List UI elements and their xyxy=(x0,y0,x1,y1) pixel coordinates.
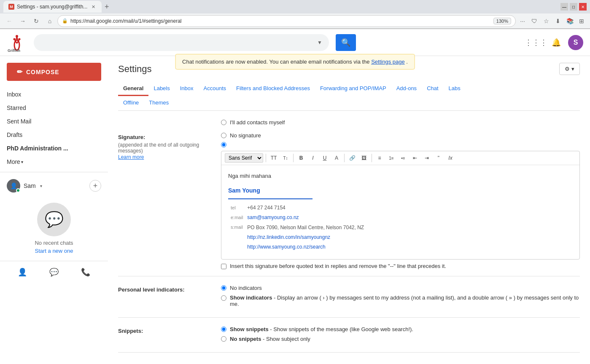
tab-offline[interactable]: Offline xyxy=(118,96,144,110)
chat-icon-btn[interactable]: 💬 xyxy=(46,265,62,280)
blockquote-btn[interactable]: " xyxy=(434,153,444,163)
sig-tel-row: tel +64 27 244 7154 xyxy=(229,203,366,212)
contacts-icon-btn[interactable]: 👤 xyxy=(15,265,30,280)
tab-labs[interactable]: Labs xyxy=(444,82,466,96)
indent-icon: ⇥ xyxy=(425,155,429,161)
star-icon[interactable]: ☆ xyxy=(541,16,551,26)
signature-section-content: No signature Sans Serif Serif Fixed widt… xyxy=(221,132,580,269)
bold-btn[interactable]: B xyxy=(296,153,306,163)
no-indicators-radio[interactable] xyxy=(221,285,226,291)
bookmarks-icon[interactable]: 📚 xyxy=(565,16,575,26)
settings-page-link[interactable]: Settings page xyxy=(371,59,405,65)
no-indicators-option: No indicators xyxy=(221,285,580,291)
italic-btn[interactable]: I xyxy=(308,153,318,163)
sidebar-item-sent[interactable]: Sent Mail xyxy=(0,115,108,128)
contacts-radio-label: I'll add contacts myself xyxy=(230,119,285,126)
heading-icon: T↕ xyxy=(283,156,288,161)
image-btn[interactable]: 🖼 xyxy=(359,153,369,163)
signature-learn-more[interactable]: Learn more xyxy=(118,154,144,160)
menu-dots[interactable]: ··· xyxy=(517,16,528,26)
show-snippets-radio[interactable] xyxy=(221,327,226,332)
search-input[interactable] xyxy=(40,39,314,46)
download-icon[interactable]: ⬇ xyxy=(553,16,563,26)
new-tab-btn[interactable]: + xyxy=(102,2,112,12)
gear-dropdown-icon: ▾ xyxy=(571,66,574,72)
personal-level-label: Personal level indicators: xyxy=(118,285,211,293)
show-indicators-radio[interactable] xyxy=(221,295,226,301)
sidebar-item-more[interactable]: More ▾ xyxy=(0,155,108,169)
chat-section: 💬 No recent chats Start a new one xyxy=(0,196,108,261)
search-dropdown-icon[interactable]: ▼ xyxy=(317,40,322,46)
account-avatar-btn[interactable]: S xyxy=(568,35,583,50)
tab-addons[interactable]: Add-ons xyxy=(391,82,422,96)
tab-forwarding[interactable]: Forwarding and POP/IMAP xyxy=(315,82,391,96)
start-new-chat-link[interactable]: Start a new one xyxy=(35,248,73,254)
tab-themes[interactable]: Themes xyxy=(144,96,174,110)
bell-icon: 🔔 xyxy=(552,38,561,47)
svg-point-8 xyxy=(19,38,21,40)
text-color-btn[interactable]: A xyxy=(331,153,342,163)
maximize-btn[interactable]: □ xyxy=(570,3,577,11)
sidebar-item-drafts[interactable]: Drafts xyxy=(0,128,108,142)
close-btn[interactable]: ✕ xyxy=(579,3,587,11)
sig-smail-label: s:mail xyxy=(229,223,245,232)
gear-settings-btn[interactable]: ⚙ ▾ xyxy=(559,63,580,75)
font-size-btn[interactable]: TT xyxy=(269,153,279,163)
signature-section-label: Signature: (appended at the end of all o… xyxy=(118,132,211,160)
tab-close-btn[interactable]: ✕ xyxy=(90,3,97,10)
contacts-section-label xyxy=(118,119,211,121)
account-dropdown-icon[interactable]: ▾ xyxy=(40,184,42,188)
compose-button[interactable]: COMPOSE xyxy=(7,63,101,81)
sidebar-item-starred[interactable]: Starred xyxy=(0,101,108,115)
sidebar-item-phd[interactable]: PhD Administration ... xyxy=(0,142,108,155)
link-btn[interactable]: 🔗 xyxy=(347,153,357,163)
search-bar[interactable]: ▼ xyxy=(34,34,329,51)
search-button[interactable]: 🔍 xyxy=(336,34,356,51)
address-bar[interactable]: 🔒 https://mail.google.com/mail/u/1/#sett… xyxy=(57,15,516,27)
outdent-btn[interactable]: ⇤ xyxy=(410,153,420,163)
tab-chat[interactable]: Chat xyxy=(422,82,443,96)
underline-btn[interactable]: U xyxy=(320,153,330,163)
align-btn[interactable]: ≡ xyxy=(374,153,385,163)
notifications-button[interactable]: 🔔 xyxy=(548,34,565,51)
starred-label: Starred xyxy=(7,104,26,111)
forward-btn[interactable]: → xyxy=(17,15,29,27)
tab-inbox[interactable]: Inbox xyxy=(175,82,199,96)
bullet-list-btn[interactable]: •≡ xyxy=(398,153,408,163)
apps-button[interactable]: ⋮⋮⋮ xyxy=(528,34,544,51)
tab-general[interactable]: General xyxy=(118,82,148,96)
remove-formatting-btn[interactable]: Ix xyxy=(445,153,455,163)
browser-tab[interactable]: M Settings - sam.young@griffith... ✕ xyxy=(3,1,102,13)
bookmark-icon[interactable]: 🛡 xyxy=(529,16,539,26)
no-snippets-radio[interactable] xyxy=(221,336,226,342)
add-account-btn[interactable]: + xyxy=(89,180,101,192)
back-btn[interactable]: ← xyxy=(3,15,15,27)
sig-website-row: http://www.samyoung.co.nz/search xyxy=(229,243,366,252)
sig-linkedin-link[interactable]: http://nz.linkedin.com/in/samyoungnz xyxy=(247,234,330,240)
tabs-row-2: Offline Themes xyxy=(118,96,580,110)
signature-body[interactable]: Nga mihi mahana Sam Young tel +64 27 244… xyxy=(221,165,579,259)
font-family-select[interactable]: Sans Serif Serif Fixed width xyxy=(225,153,263,163)
tab-labels[interactable]: Labels xyxy=(148,82,175,96)
no-signature-radio[interactable] xyxy=(221,133,226,138)
grid-icon[interactable]: ⊞ xyxy=(577,16,587,26)
tab-filters[interactable]: Filters and Blocked Addresses xyxy=(231,82,315,96)
heading-btn[interactable]: T↕ xyxy=(280,153,291,163)
sig-website-link[interactable]: http://www.samyoung.co.nz/search xyxy=(247,244,325,250)
home-btn[interactable]: ⌂ xyxy=(44,15,56,27)
minimize-btn[interactable]: — xyxy=(560,3,568,11)
phone-icon-btn[interactable]: 📞 xyxy=(78,265,93,280)
tab-accounts[interactable]: Accounts xyxy=(199,82,231,96)
contacts-radio-option: I'll add contacts myself xyxy=(221,119,580,126)
sidebar-item-inbox[interactable]: Inbox xyxy=(0,88,108,101)
contacts-radio[interactable] xyxy=(221,120,226,125)
use-signature-radio[interactable] xyxy=(221,142,226,147)
contacts-section-content: I'll add contacts myself xyxy=(221,119,580,129)
indent-btn[interactable]: ⇥ xyxy=(422,153,432,163)
numbered-list-btn[interactable]: 1≡ xyxy=(386,153,396,163)
sig-before-quoted-checkbox[interactable] xyxy=(221,264,226,269)
refresh-btn[interactable]: ↻ xyxy=(30,15,42,27)
editor-toolbar: Sans Serif Serif Fixed width TT T↕ xyxy=(221,151,579,165)
account-avatar: 👤 xyxy=(7,179,20,193)
sig-email-link[interactable]: sam@samyoung.co.nz xyxy=(247,214,299,220)
